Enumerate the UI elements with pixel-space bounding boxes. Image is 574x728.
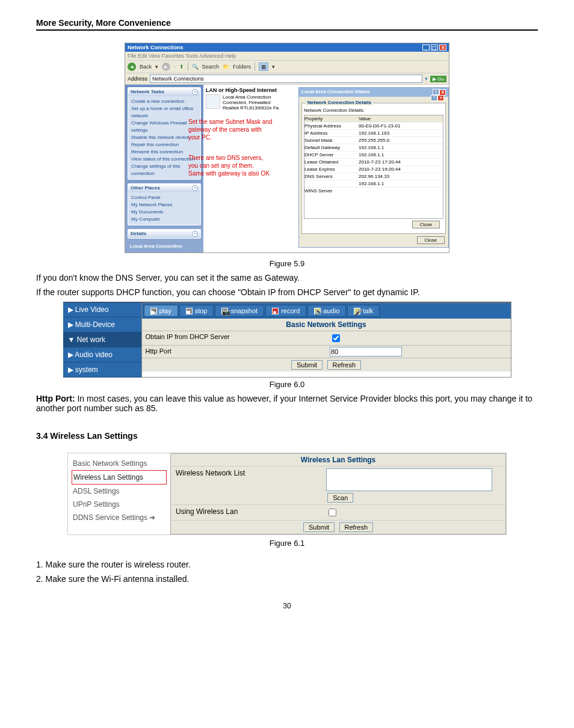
window-menu[interactable]: File Edit View Favorites Tools Advanced … (125, 52, 449, 61)
details-head: Details (131, 231, 146, 237)
prop-cell: DNS Servers (304, 174, 359, 179)
wireless-list-box[interactable] (326, 468, 492, 491)
task-link[interactable]: Disable this network device (131, 134, 197, 141)
xp-window: Network Connections _ ▢ ✕ File Edit View… (125, 43, 449, 253)
prop-cell: Subnet Mask (304, 138, 359, 143)
val-head: Value (359, 116, 371, 121)
prop-cell: WINS Server (304, 188, 359, 194)
address-input[interactable] (150, 75, 422, 83)
dhcp-checkbox[interactable] (332, 334, 340, 342)
connection-name[interactable]: Local Area Connection (223, 94, 279, 100)
refresh-button[interactable]: Refresh (339, 522, 374, 532)
paragraph: If you don't know the DNS Server, you ca… (36, 273, 538, 283)
using-wireless-checkbox[interactable] (329, 509, 336, 516)
play-icon: ▶ (150, 308, 157, 314)
record-button[interactable]: ●record (265, 305, 306, 317)
close-button[interactable]: Close (412, 221, 440, 228)
val-cell: 192.168.1.1 (359, 181, 384, 186)
prop-cell: Physical Address (304, 123, 359, 129)
side-audio-video[interactable]: ▶ Audio video (63, 347, 141, 362)
using-wireless-label: Using Wireless Lan (171, 505, 321, 520)
stop-button[interactable]: ■stop (179, 305, 214, 317)
views-icon[interactable]: ▦ (259, 63, 268, 71)
help-icon[interactable]: ? (431, 95, 437, 101)
window-titlebar: Network Connections _ ▢ ✕ (125, 43, 449, 52)
figure-caption: Figure 5.9 (36, 259, 538, 268)
mic-icon: 🎤 (354, 308, 360, 314)
folders-button[interactable]: Folders (233, 64, 251, 70)
val-cell: 255.255.255.0 (359, 138, 389, 143)
chevron-up-icon[interactable]: ⌃ (192, 89, 198, 95)
window-title: Network Connections (128, 44, 184, 50)
go-button[interactable]: ▶ Go (430, 76, 446, 82)
place-link[interactable]: My Network Places (131, 201, 197, 209)
back-button[interactable]: Back (140, 64, 152, 70)
val-cell: 2010-7-23 17:20:44 (359, 159, 401, 165)
http-port-input[interactable] (330, 347, 402, 356)
val-cell: 192.168.1.1 (359, 145, 384, 150)
place-link[interactable]: Control Panel (131, 194, 197, 201)
menu-basic-network[interactable]: Basic Network Settings (72, 457, 167, 470)
side-multi-device[interactable]: ▶ Multi-Device (63, 317, 141, 332)
note: 1. Make sure the router is wireless rout… (36, 560, 538, 569)
settings-menu: Basic Network Settings Wireless Lan Sett… (68, 453, 170, 534)
close-icon[interactable]: ✕ (439, 44, 446, 50)
task-link[interactable]: Change Windows Firewall settings (131, 120, 197, 134)
task-link[interactable]: Repair this connection (131, 141, 197, 148)
folders-icon[interactable]: 📁 (223, 64, 229, 70)
chevron-up-icon[interactable]: ⌃ (192, 185, 198, 191)
side-live-video[interactable]: ▶ Live Video (63, 302, 141, 317)
back-icon[interactable]: ◄ (128, 63, 136, 71)
task-link[interactable]: View status of this connection (131, 156, 197, 163)
val-cell: 00-E0-D0-F1-23-01 (359, 123, 400, 129)
menu-adsl[interactable]: ADSL Settings (72, 485, 167, 498)
close-icon[interactable]: ✕ (437, 95, 444, 101)
camera-icon: 📷 (221, 308, 228, 314)
forward-icon[interactable]: ► (162, 63, 170, 71)
audio-button[interactable]: 🔊audio (307, 305, 346, 317)
side-system[interactable]: ▶ system (63, 362, 141, 378)
snapshot-button[interactable]: 📷snapshot (215, 305, 264, 317)
val-cell: 192.168.1.1 (359, 152, 384, 158)
menu-wireless-lan[interactable]: Wireless Lan Settings (72, 470, 167, 485)
submit-button[interactable]: Submit (303, 522, 335, 532)
network-tasks-head: Network Tasks (131, 89, 164, 95)
window-toolbar: ◄ Back ▾ ► · ⬆ 🔍 Search 📁 Folders ▦▾ (125, 61, 449, 73)
chevron-up-icon[interactable]: ⌃ (192, 231, 198, 237)
connection-icon[interactable] (206, 94, 220, 109)
paragraph: If the router supports DHCP function, yo… (36, 287, 538, 297)
arrow-right-icon: ➔ (149, 513, 155, 522)
maximize-icon[interactable]: ▢ (431, 44, 438, 50)
search-button[interactable]: Search (202, 64, 220, 70)
up-folder-icon[interactable]: ⬆ (179, 64, 184, 70)
place-link[interactable]: My Documents (131, 209, 197, 216)
note: 2. Make sure the Wi-Fi antenna installed… (36, 574, 538, 584)
dhcp-label: Obtain IP from DHCP Server (142, 331, 327, 345)
refresh-button[interactable]: Refresh (327, 360, 362, 370)
search-icon[interactable]: 🔍 (192, 64, 199, 70)
talk-button[interactable]: 🎤talk (347, 305, 380, 317)
task-link[interactable]: Rename this connection (131, 148, 197, 156)
task-link[interactable]: Change settings of this connection (131, 163, 197, 177)
place-link[interactable]: My Computer (131, 216, 197, 223)
prop-cell (304, 181, 359, 186)
menu-upnp[interactable]: UPnP Settings (72, 498, 167, 511)
prop-cell: IP Address (304, 130, 359, 136)
wireless-list-label: Wireless Network List (171, 466, 321, 504)
submit-button[interactable]: Submit (291, 360, 322, 370)
play-button[interactable]: ▶play (144, 305, 178, 317)
task-link[interactable]: Create a new connection (131, 98, 197, 105)
help-icon[interactable]: ? (433, 89, 439, 95)
menu-ddns[interactable]: DDNS Service Settings ➔ (72, 511, 167, 524)
task-link[interactable]: Set up a home or small office network (131, 105, 197, 120)
scan-button[interactable]: Scan (327, 493, 353, 503)
speaker-icon: 🔊 (314, 308, 321, 314)
val-cell: 202.96.134.33 (359, 174, 389, 179)
section-heading: 3.4 Wireless Lan Settings (36, 431, 538, 441)
http-port-label: Http Port (142, 346, 327, 358)
prop-cell: DHCP Server (304, 152, 359, 158)
close-button-outer[interactable]: Close (417, 236, 445, 244)
side-network[interactable]: ▼ Net work (63, 332, 141, 347)
prop-head: Property (304, 116, 359, 121)
minimize-icon[interactable]: _ (422, 44, 430, 50)
